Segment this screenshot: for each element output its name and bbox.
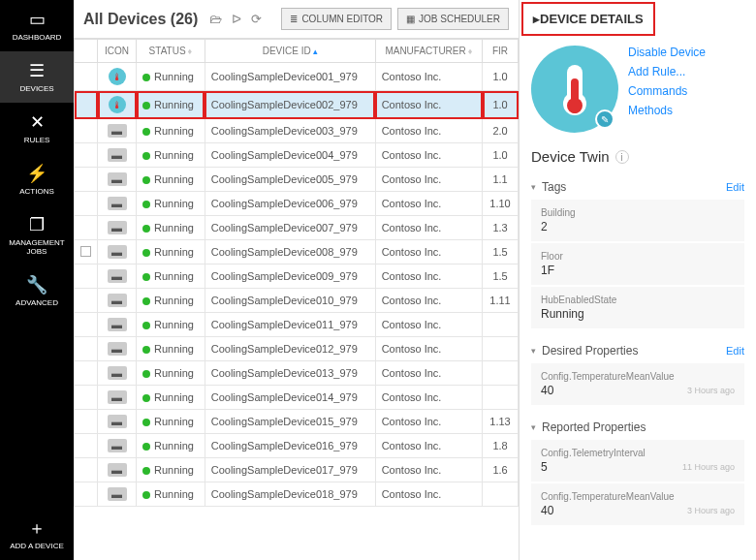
details-title: ▸DEVICE DETAILS — [521, 2, 655, 36]
device-avatar: ✎ — [531, 46, 618, 133]
add-rule-link[interactable]: Add Rule... — [628, 65, 706, 78]
sidebar-label: ACTIONS — [19, 187, 54, 196]
device-icon: ▬ — [108, 124, 127, 138]
wrench-icon: 🔧 — [26, 275, 47, 295]
table-row[interactable]: ▬RunningCoolingSampleDevice006_979Contos… — [75, 192, 519, 216]
status-dot — [142, 346, 150, 354]
col-device-id[interactable]: DEVICE ID▴ — [205, 40, 375, 63]
sidebar-item-mgmt-jobs[interactable]: ❐ MANAGEMENT JOBS — [0, 205, 74, 265]
table-row[interactable]: ▬RunningCoolingSampleDevice010_979Contos… — [75, 289, 519, 313]
device-icon: ▬ — [108, 342, 127, 356]
commands-link[interactable]: Commands — [628, 84, 706, 98]
tags-panel: ▾ Tags Edit Building2Floor1FHubEnabledSt… — [520, 171, 756, 334]
status-dot — [142, 370, 150, 378]
table-row[interactable]: ▬RunningCoolingSampleDevice015_979Contos… — [75, 410, 519, 434]
row-checkbox[interactable] — [80, 246, 91, 257]
timestamp: 3 Hours ago — [687, 506, 735, 515]
table-row[interactable]: ▬RunningCoolingSampleDevice016_979Contos… — [75, 434, 519, 458]
table-row[interactable]: ▬RunningCoolingSampleDevice008_979Contos… — [75, 240, 519, 264]
column-editor-button[interactable]: ≣ COLUMN EDITOR — [281, 8, 392, 30]
table-row[interactable]: ▬RunningCoolingSampleDevice011_979Contos… — [75, 313, 519, 337]
status-dot — [142, 74, 150, 81]
thermometer-icon: 🌡 — [109, 96, 126, 113]
sidebar-item-rules[interactable]: ✕ RULES — [0, 103, 74, 154]
reported-header[interactable]: ▾ Reported Properties — [531, 415, 744, 440]
property-key: Config.TemperatureMeanValue — [541, 491, 735, 502]
property-item: HubEnabledStateRunning — [531, 287, 744, 328]
desired-panel: ▾ Desired Properties Edit Config.Tempera… — [520, 334, 756, 411]
property-key: HubEnabledState — [541, 295, 735, 305]
property-value: 2 — [541, 220, 735, 233]
status-dot — [142, 152, 150, 160]
list-icon: ≣ — [290, 14, 298, 24]
property-value: 1F — [541, 264, 735, 277]
status-dot — [142, 491, 150, 499]
sidebar-item-dashboard[interactable]: ▭ DASHBOARD — [0, 0, 74, 51]
job-scheduler-button[interactable]: ▦ JOB SCHEDULER — [397, 8, 509, 30]
actions-icon: ⚡ — [26, 164, 47, 183]
table-row[interactable]: ▬RunningCoolingSampleDevice009_979Contos… — [75, 264, 519, 289]
property-item: Config.TemperatureMeanValue403 Hours ago — [531, 483, 744, 525]
device-grid[interactable]: ICON STATUS♦ DEVICE ID▴ MANUFACTURER♦ FI… — [74, 39, 519, 560]
table-row[interactable]: ▬RunningCoolingSampleDevice007_979Contos… — [75, 216, 519, 240]
status-dot — [142, 102, 150, 109]
property-item: Building2 — [531, 200, 744, 241]
edit-icon[interactable]: ✎ — [595, 109, 614, 129]
col-icon[interactable]: ICON — [98, 40, 137, 63]
device-icon: ▬ — [108, 197, 127, 210]
tags-header[interactable]: ▾ Tags Edit — [531, 174, 744, 200]
tags-edit-link[interactable]: Edit — [726, 181, 744, 193]
col-firmware[interactable]: FIR — [483, 40, 519, 63]
device-icon: ▬ — [108, 221, 127, 234]
table-row[interactable]: ▬RunningCoolingSampleDevice013_979Contos… — [75, 361, 519, 386]
table-row[interactable]: ▬RunningCoolingSampleDevice014_979Contos… — [75, 386, 519, 410]
sidebar-item-devices[interactable]: ☰ DEVICES — [0, 51, 74, 103]
property-value: Running — [541, 307, 735, 321]
timestamp: 11 Hours ago — [682, 462, 735, 472]
sidebar-item-advanced[interactable]: 🔧 ADVANCED — [0, 265, 74, 317]
desired-edit-link[interactable]: Edit — [726, 345, 744, 357]
filter-icon[interactable]: ᐅ — [230, 12, 243, 26]
info-icon[interactable]: i — [615, 150, 629, 164]
property-key: Config.TemperatureMeanValue — [541, 371, 735, 382]
desired-header[interactable]: ▾ Desired Properties Edit — [531, 338, 744, 363]
property-item: Floor1F — [531, 243, 744, 285]
device-icon: ▬ — [108, 148, 127, 162]
table-row[interactable]: ▬RunningCoolingSampleDevice012_979Contos… — [75, 337, 519, 361]
col-manufacturer[interactable]: MANUFACTURER♦ — [375, 40, 482, 63]
refresh-icon[interactable]: ⟳ — [249, 12, 264, 26]
calendar-icon: ▦ — [406, 14, 415, 24]
methods-link[interactable]: Methods — [628, 104, 706, 117]
folder-icon[interactable]: 🗁 — [207, 12, 224, 26]
status-dot — [142, 394, 150, 402]
table-row[interactable]: ▬RunningCoolingSampleDevice017_979Contos… — [75, 458, 519, 482]
plus-icon: ＋ — [28, 518, 46, 538]
sidebar-item-actions[interactable]: ⚡ ACTIONS — [0, 154, 74, 205]
chevron-right-icon: ▸ — [533, 12, 540, 26]
status-dot — [142, 225, 150, 233]
status-dot — [142, 322, 150, 329]
device-icon: ▬ — [108, 366, 127, 380]
dashboard-icon: ▭ — [29, 10, 46, 29]
sidebar-item-add-device[interactable]: ＋ ADD A DEVICE — [0, 509, 74, 560]
sidebar-label: RULES — [24, 136, 50, 144]
table-row[interactable]: 🌡RunningCoolingSampleDevice001_979Contos… — [75, 63, 519, 91]
device-icon: ▬ — [108, 463, 127, 477]
device-icon: ▬ — [108, 415, 127, 428]
table-row[interactable]: ▬RunningCoolingSampleDevice018_979Contos… — [75, 482, 519, 507]
table-row[interactable]: ▬RunningCoolingSampleDevice005_979Contos… — [75, 168, 519, 192]
rules-icon: ✕ — [30, 112, 45, 132]
disable-device-link[interactable]: Disable Device — [628, 46, 706, 59]
table-row[interactable]: ▬RunningCoolingSampleDevice003_979Contos… — [75, 119, 519, 143]
property-item: Config.TemperatureMeanValue403 Hours ago — [531, 363, 744, 405]
topbar: All Devices (26) 🗁 ᐅ ⟳ ≣ COLUMN EDITOR ▦… — [74, 0, 519, 39]
table-row[interactable]: ▬RunningCoolingSampleDevice004_979Contos… — [75, 143, 519, 168]
reported-panel: ▾ Reported Properties Config.TelemetryIn… — [520, 411, 756, 531]
sidebar-label: DEVICES — [19, 84, 53, 93]
col-status[interactable]: STATUS♦ — [137, 40, 205, 63]
property-key: Config.TelemetryInterval — [541, 448, 735, 458]
device-icon: ▬ — [108, 294, 127, 307]
table-row[interactable]: 🌡RunningCoolingSampleDevice002_979Contos… — [75, 91, 519, 119]
sidebar-label: MANAGEMENT JOBS — [2, 238, 72, 256]
col-checkbox[interactable] — [75, 40, 98, 63]
